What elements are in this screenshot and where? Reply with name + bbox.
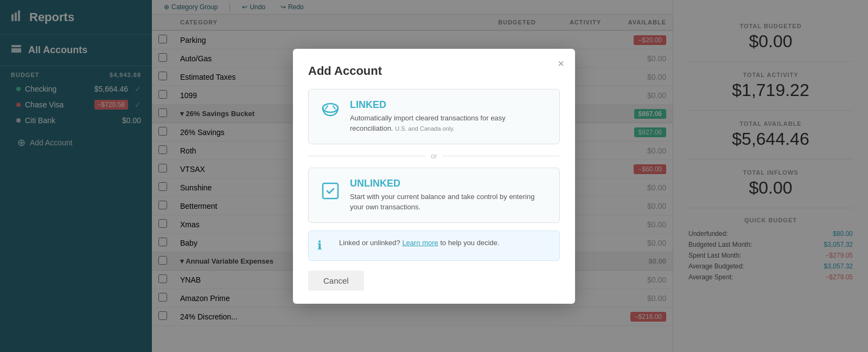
or-divider: or [308, 152, 560, 160]
linked-note: U.S. and Canada only. [395, 125, 455, 132]
add-account-modal: Add Account × LINKED Automatically impor… [293, 49, 575, 304]
unlinked-desc: Start with your current balance and take… [350, 191, 548, 213]
svg-rect-6 [323, 183, 338, 199]
modal-title: Add Account [308, 64, 560, 78]
unlinked-option-content: UNLINKED Start with your current balance… [350, 178, 548, 213]
or-label: or [431, 152, 437, 160]
modal-overlay[interactable]: Add Account × LINKED Automatically impor… [0, 0, 868, 352]
info-icon: ℹ [317, 239, 333, 253]
unlinked-icon [320, 181, 341, 201]
linked-title: LINKED [350, 99, 548, 111]
modal-close-button[interactable]: × [558, 57, 564, 70]
linked-option-card[interactable]: LINKED Automatically import cleared tran… [308, 89, 560, 144]
cancel-button[interactable]: Cancel [308, 271, 364, 291]
linked-icon [320, 101, 341, 122]
linked-option-content: LINKED Automatically import cleared tran… [350, 99, 548, 134]
modal-footer: Cancel [308, 271, 560, 291]
info-text: Linked or unlinked? Learn more to help y… [339, 239, 500, 247]
svg-point-5 [323, 104, 338, 112]
unlinked-option-card[interactable]: UNLINKED Start with your current balance… [308, 168, 560, 223]
learn-more-link[interactable]: Learn more [402, 239, 438, 247]
info-box: ℹ Linked or unlinked? Learn more to help… [308, 231, 560, 261]
linked-desc: Automatically import cleared transaction… [350, 113, 548, 134]
unlinked-title: UNLINKED [350, 178, 548, 189]
